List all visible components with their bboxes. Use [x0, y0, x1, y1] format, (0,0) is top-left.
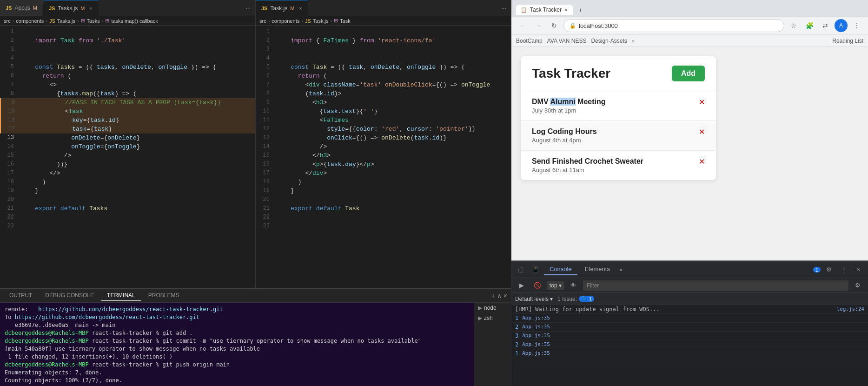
levels-chevron-icon: ▾ — [550, 296, 553, 302]
log-source[interactable]: App.js:35 — [522, 350, 550, 356]
terminal-section: OUTPUT DEBUG CONSOLE TERMINAL PROBLEMS +… — [0, 288, 511, 386]
delete-task-1-button[interactable]: ✕ — [694, 98, 705, 106]
devtools-levels-bar: Default levels ▾ 1 Issue: 🔵 1 — [511, 293, 868, 305]
tab-label: Tasks.js — [58, 5, 78, 12]
filter-by-url-button[interactable]: 👁 — [567, 279, 580, 292]
terminal-wrapper: remote: https://github.com/dcbeergoddess… — [0, 303, 511, 386]
code-line: 9 <h3> — [256, 98, 511, 107]
device-toolbar-button[interactable]: 📱 — [529, 263, 542, 276]
code-line: 1 — [0, 27, 255, 36]
code-line: 22 — [256, 213, 511, 222]
more-tabs-right-button[interactable]: ··· — [497, 5, 511, 12]
terminal-line: To https://github.com/dcbeergoddess/reac… — [5, 313, 469, 321]
tab-debug-console[interactable]: DEBUG CONSOLE — [40, 290, 99, 301]
inspect-element-button[interactable]: ⬚ — [514, 263, 527, 276]
add-terminal-button[interactable]: + — [491, 292, 495, 299]
log-entry-2a: 2 App.js:35 — [511, 323, 868, 332]
tab-terminal[interactable]: TERMINAL — [101, 290, 141, 301]
terminal-content[interactable]: remote: https://github.com/dcbeergoddess… — [0, 303, 474, 386]
lock-icon: 🔒 — [570, 23, 576, 29]
profile-icon[interactable]: A — [835, 19, 848, 32]
code-line: 7 <> — [0, 80, 255, 89]
task-item-1: DMV Alumni Meeting July 30th at 1pm ✕ — [521, 91, 716, 120]
devtools-log: [HMR] Waiting for update signal from WDS… — [511, 305, 868, 386]
code-line: 21 export default Task — [256, 204, 511, 213]
code-line: 3 — [256, 45, 511, 54]
terminal-line: dcbeergoddess@Rachels-MBP react-task-tra… — [5, 361, 469, 369]
clear-console-button[interactable]: 🚫 — [531, 279, 544, 292]
code-line: 11 <FaTimes — [256, 116, 511, 125]
log-source[interactable]: log.js:24 — [836, 306, 864, 312]
code-line: 3 — [0, 45, 255, 54]
delete-task-3-button[interactable]: ✕ — [694, 157, 705, 166]
close-tab-icon[interactable]: × — [89, 6, 92, 11]
default-levels-label: Default levels — [515, 296, 549, 302]
tab-task-js[interactable]: JS Task.js M × — [256, 0, 308, 16]
close-devtools-button[interactable]: × — [852, 263, 865, 276]
log-message: 1 — [515, 350, 518, 357]
new-tab-button[interactable]: + — [574, 3, 587, 16]
log-source[interactable]: App.js:35 — [522, 324, 550, 330]
close-browser-tab-icon[interactable]: × — [564, 7, 567, 13]
console-filter-input[interactable] — [583, 280, 848, 291]
zsh-shell-item[interactable]: ▶ zsh — [474, 313, 511, 323]
task-date-3: August 6th at 11am — [532, 166, 694, 173]
bookmark-design-assets[interactable]: Design-Assets — [591, 38, 627, 44]
terminal-line: e36697e..d8ee0a5 main -> main — [5, 321, 469, 329]
code-line: 5 const Tasks = ({ tasks, onDelete, onTo… — [0, 63, 255, 72]
task-info-2: Log Coding Hours August 4th at 4pm — [532, 127, 694, 144]
more-tabs-button[interactable]: ··· — [241, 5, 255, 12]
delete-task-2-button[interactable]: ✕ — [694, 127, 705, 136]
console-settings-button[interactable]: ⚙ — [851, 279, 864, 292]
tab-app-js[interactable]: JS App.js M — [0, 0, 43, 16]
log-source[interactable]: App.js:35 — [522, 315, 550, 321]
code-line: 12 task={task} — [0, 125, 255, 133]
back-button[interactable]: ← — [516, 19, 529, 32]
default-levels-dropdown[interactable]: Default levels ▾ — [515, 296, 553, 302]
more-devtools-options[interactable]: ⋮ — [837, 263, 850, 276]
tab-label: Task.js — [270, 5, 287, 12]
address-bar[interactable]: 🔒 localhost:3000 — [563, 19, 784, 32]
dt-tab-console[interactable]: Console — [544, 264, 577, 275]
task-info-3: Send Finished Crochet Sweater August 6th… — [532, 157, 694, 173]
bookmark-reading-list[interactable]: Reading List — [832, 38, 863, 44]
browser-tab-task-tracker[interactable]: 📋 Task Tracker × — [516, 5, 573, 15]
tab-output[interactable]: OUTPUT — [4, 290, 38, 301]
extension-puzzle-icon[interactable]: 🧩 — [803, 19, 816, 32]
bookmark-ava-van-ness[interactable]: AVA VAN NESS — [547, 38, 587, 44]
more-options-icon[interactable]: ⋮ — [850, 19, 863, 32]
bookmark-bootcamp[interactable]: BootCamp — [516, 38, 543, 44]
chevron-up-icon[interactable]: ∧ — [497, 292, 502, 299]
sync-icon[interactable]: ⇄ — [819, 19, 832, 32]
code-line: 23 — [0, 222, 255, 231]
task-date-2: August 4th at 4pm — [532, 137, 694, 144]
bookmark-more[interactable]: » — [632, 38, 635, 44]
tab-problems[interactable]: PROBLEMS — [143, 290, 185, 301]
settings-gear-icon[interactable]: ⚙ — [822, 263, 835, 276]
log-source[interactable]: App.js:35 — [522, 333, 550, 339]
tab-tasks-js[interactable]: JS Tasks.js M × — [43, 0, 99, 16]
close-terminal-button[interactable]: × — [504, 292, 507, 299]
more-devtools-tabs[interactable]: » — [619, 266, 623, 273]
code-line: 9 //PASS IN EACH TASK AS A PROP (task={t… — [0, 98, 255, 107]
dt-tab-elements[interactable]: Elements — [579, 264, 616, 275]
code-line: 18 ) — [0, 178, 255, 186]
code-line: 18 ) — [256, 178, 511, 186]
browser-viewport: Task Tracker Add DMV Alumni Meeting July… — [511, 47, 868, 260]
context-selector-dropdown[interactable]: top ▾ — [547, 281, 564, 290]
terminal-actions: + ∧ × — [491, 292, 507, 299]
node-shell-item[interactable]: ▶ node — [474, 303, 511, 313]
log-source[interactable]: App.js:35 — [522, 341, 550, 347]
modified-indicator: M — [33, 5, 37, 11]
add-task-button[interactable]: Add — [672, 66, 705, 81]
forward-button[interactable]: → — [532, 19, 545, 32]
shell-panel: ▶ node ▶ zsh — [474, 303, 511, 386]
close-tab-icon[interactable]: × — [299, 6, 302, 11]
bookmark-star-icon[interactable]: ☆ — [787, 19, 800, 32]
reload-button[interactable]: ↻ — [548, 19, 561, 32]
terminal-icon: ▶ — [478, 305, 482, 311]
execute-script-button[interactable]: ▶ — [515, 279, 528, 292]
code-line: 1 — [256, 27, 511, 36]
left-breadcrumb: src › components › JS Tasks.js › ⊞ Tasks… — [0, 16, 255, 26]
code-line: 16 <p>{task.day}</p> — [256, 160, 511, 169]
